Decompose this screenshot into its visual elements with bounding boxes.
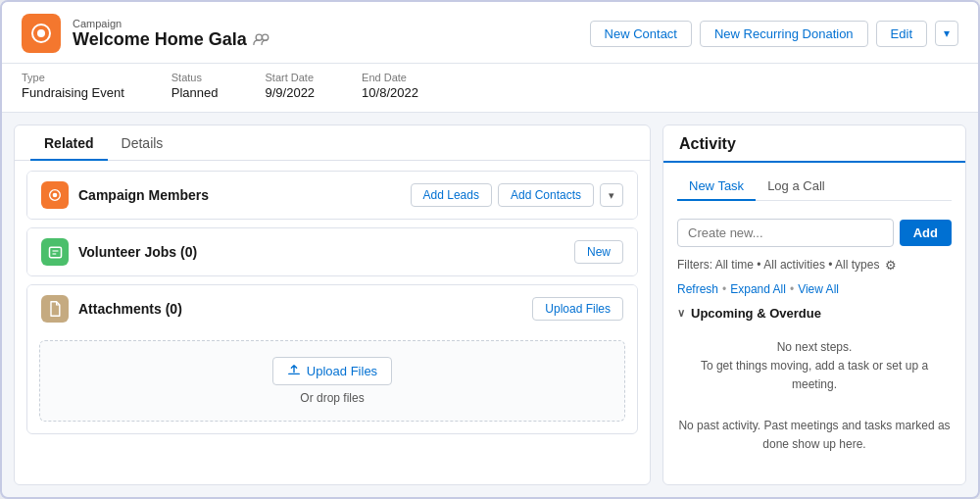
- campaign-members-chevron[interactable]: ▾: [600, 183, 623, 207]
- type-value: Fundraising Event: [22, 85, 124, 100]
- type-label: Type: [22, 72, 124, 83]
- campaign-members-actions: Add Leads Add Contacts ▾: [411, 183, 623, 207]
- attachments-section: Attachments (0) Upload Files: [26, 284, 638, 434]
- upload-icon: [287, 363, 301, 379]
- page-title: Welcome Home Gala: [73, 29, 270, 50]
- upload-drop-area[interactable]: Upload Files Or drop files: [39, 340, 625, 422]
- filters-row: Filters: All time • All activities • All…: [677, 257, 952, 273]
- status-label: Status: [172, 72, 219, 83]
- start-date-value: 9/9/2022: [266, 85, 316, 100]
- add-button[interactable]: Add: [900, 220, 952, 246]
- edit-button[interactable]: Edit: [876, 21, 927, 47]
- volunteer-jobs-header: Volunteer Jobs (0) New: [27, 228, 637, 275]
- app-icon: [22, 14, 61, 53]
- header-actions: New Contact New Recurring Donation Edit …: [590, 21, 958, 47]
- campaign-members-icon: [41, 181, 69, 209]
- view-all-link[interactable]: View All: [798, 282, 839, 296]
- past-activity: No past activity. Past meetings and task…: [677, 413, 952, 458]
- main-content: Related Details Cam: [2, 113, 978, 497]
- upload-files-button[interactable]: Upload Files: [272, 357, 392, 385]
- refresh-link[interactable]: Refresh: [677, 282, 718, 296]
- tab-bar: Related Details: [15, 125, 650, 161]
- app-window: Campaign Welcome Home Gala New Contact: [0, 0, 980, 499]
- upload-files-label: Upload Files: [307, 364, 377, 378]
- volunteer-jobs-icon: [41, 238, 69, 266]
- drop-files-text: Or drop files: [300, 391, 364, 405]
- attachments-actions: Upload Files: [532, 297, 623, 321]
- svg-point-1: [37, 29, 45, 37]
- svg-point-5: [53, 193, 58, 198]
- activity-body: New Task Log a Call Add Filters: All tim…: [663, 163, 965, 484]
- new-recurring-donation-button[interactable]: New Recurring Donation: [700, 21, 868, 47]
- upcoming-overdue-label: Upcoming & Overdue: [691, 306, 821, 321]
- start-date-field: Start Date 9/9/2022: [266, 72, 316, 100]
- attachments-title: Attachments (0): [41, 295, 182, 323]
- new-contact-button[interactable]: New Contact: [590, 21, 692, 47]
- create-new-input[interactable]: [677, 219, 894, 247]
- gear-icon[interactable]: ⚙: [883, 257, 899, 273]
- no-next-steps: No next steps. To get things moving, add…: [677, 330, 952, 403]
- filter-links: Refresh • Expand All • View All: [677, 282, 952, 296]
- volunteer-jobs-section: Volunteer Jobs (0) New: [26, 227, 638, 276]
- create-new-row: Add: [677, 219, 952, 247]
- new-volunteer-job-button[interactable]: New: [574, 240, 623, 264]
- header-title-group: Campaign Welcome Home Gala: [73, 18, 270, 50]
- add-contacts-button[interactable]: Add Contacts: [498, 183, 594, 207]
- volunteer-jobs-title: Volunteer Jobs (0): [41, 238, 197, 266]
- left-panel: Related Details Cam: [14, 125, 651, 485]
- status-value: Planned: [172, 85, 219, 100]
- campaign-members-section: Campaign Members Add Leads Add Contacts …: [26, 171, 638, 220]
- start-date-label: Start Date: [266, 72, 316, 83]
- meta-row: Type Fundraising Event Status Planned St…: [2, 64, 978, 113]
- status-field: Status Planned: [172, 72, 219, 100]
- tab-details[interactable]: Details: [108, 125, 177, 161]
- expand-all-link[interactable]: Expand All: [730, 282, 786, 296]
- breadcrumb: Campaign: [73, 18, 270, 29]
- end-date-value: 10/8/2022: [362, 85, 418, 100]
- campaign-members-header: Campaign Members Add Leads Add Contacts …: [27, 172, 637, 219]
- tab-log-call[interactable]: Log a Call: [756, 173, 837, 201]
- end-date-label: End Date: [362, 72, 418, 83]
- activity-panel: Activity New Task Log a Call Add Filters…: [662, 125, 966, 485]
- add-leads-button[interactable]: Add Leads: [411, 183, 492, 207]
- group-icon: [253, 30, 270, 48]
- volunteer-jobs-actions: New: [574, 240, 623, 264]
- header: Campaign Welcome Home Gala New Contact: [2, 2, 978, 64]
- campaign-members-title: Campaign Members: [41, 181, 209, 209]
- upload-files-header-button[interactable]: Upload Files: [532, 297, 623, 321]
- svg-rect-6: [49, 247, 61, 258]
- filters-left: Filters: All time • All activities • All…: [677, 257, 899, 273]
- attachments-icon: [41, 295, 69, 323]
- header-left: Campaign Welcome Home Gala: [22, 14, 270, 53]
- upcoming-chevron: ∨: [677, 307, 685, 320]
- filters-text: Filters: All time • All activities • All…: [677, 258, 879, 272]
- tab-related[interactable]: Related: [30, 125, 108, 161]
- activity-header: Activity: [663, 125, 965, 163]
- attachments-header: Attachments (0) Upload Files: [27, 285, 637, 332]
- type-field: Type Fundraising Event: [22, 72, 124, 100]
- end-date-field: End Date 10/8/2022: [362, 72, 418, 100]
- related-panel-body: Campaign Members Add Leads Add Contacts …: [15, 161, 650, 484]
- upcoming-overdue-section[interactable]: ∨ Upcoming & Overdue: [677, 306, 952, 321]
- tab-new-task[interactable]: New Task: [677, 173, 756, 201]
- dropdown-button[interactable]: ▾: [935, 21, 958, 46]
- task-tabs: New Task Log a Call: [677, 173, 952, 201]
